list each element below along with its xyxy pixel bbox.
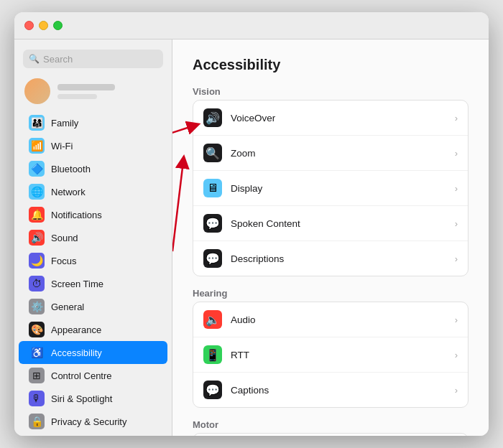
sidebar-item-label-network: Network — [51, 187, 86, 197]
sidebar-item-control-centre[interactable]: ⊞Control Centre — [19, 364, 167, 387]
chevron-icon-descriptions: › — [455, 253, 458, 264]
settings-row-descriptions[interactable]: 💬Descriptions› — [193, 241, 468, 276]
sidebar-item-sound[interactable]: 🔊Sound — [19, 226, 167, 249]
display-icon: 🖥 — [203, 179, 222, 197]
sidebar-item-notifications[interactable]: 🔔Notifications — [19, 203, 167, 226]
sidebar-item-label-wifi: Wi-Fi — [51, 141, 73, 151]
svg-line-1 — [172, 162, 183, 251]
sidebar-item-privacy-security[interactable]: 🔒Privacy & Security — [19, 410, 167, 433]
page-title: Accessibility — [193, 57, 469, 73]
search-icon: 🔍 — [29, 54, 40, 64]
sidebar-item-label-family: Family — [51, 118, 78, 129]
zoom-icon: 🔍 — [203, 144, 222, 162]
search-box[interactable]: 🔍 Search — [23, 50, 163, 68]
sections-container: Vision🔊VoiceOver›🔍Zoom›🖥Display›💬Spoken … — [193, 86, 469, 436]
section-header-hearing: Hearing — [193, 288, 469, 299]
sidebar-item-label-privacy-security: Privacy & Security — [51, 416, 126, 427]
audio-icon: 🔈 — [203, 310, 222, 329]
sidebar-item-network[interactable]: 🌐Network — [19, 180, 167, 203]
sidebar-item-focus[interactable]: 🌙Focus — [19, 249, 167, 272]
user-profile — [14, 75, 172, 111]
sidebar-item-accessibility[interactable]: ♿Accessibility — [19, 341, 167, 364]
settings-row-spoken-content[interactable]: 💬Spoken Content› — [193, 206, 468, 241]
section-header-vision: Vision — [193, 86, 469, 97]
row-label-spoken-content: Spoken Content — [231, 218, 446, 229]
captions-icon: 💬 — [203, 381, 222, 399]
row-label-captions: Captions — [231, 385, 446, 396]
bluetooth-icon: 🔷 — [29, 161, 45, 177]
settings-row-rtt[interactable]: 📱RTT› — [193, 337, 468, 373]
titlebar — [14, 12, 489, 39]
screen-time-icon: ⏱ — [29, 276, 45, 291]
chevron-icon-captions: › — [455, 385, 458, 396]
sidebar-item-wifi[interactable]: 📶Wi-Fi — [19, 134, 167, 157]
settings-list-hearing: 🔈Audio›📱RTT›💬Captions› — [193, 302, 469, 408]
sidebar-item-label-general: General — [51, 302, 84, 312]
row-label-display: Display — [231, 183, 446, 194]
avatar — [24, 78, 50, 104]
siri-spotlight-icon: 🎙 — [29, 391, 45, 406]
row-label-audio: Audio — [231, 314, 446, 325]
spoken-content-icon: 💬 — [203, 214, 222, 233]
chevron-icon-voiceover: › — [455, 113, 458, 123]
traffic-lights — [24, 21, 63, 30]
sidebar-item-general[interactable]: ⚙️General — [19, 295, 167, 318]
sidebar-item-screen-time[interactable]: ⏱Screen Time — [19, 272, 167, 295]
user-info — [57, 84, 115, 99]
settings-row-voice-control[interactable]: 🎙Voice Control› — [193, 434, 468, 436]
settings-row-zoom[interactable]: 🔍Zoom› — [193, 136, 468, 171]
sidebar-item-label-siri-spotlight: Siri & Spotlight — [51, 393, 112, 404]
privacy-security-icon: 🔒 — [29, 414, 45, 429]
sidebar-item-family[interactable]: 👨‍👩‍👧Family — [19, 111, 167, 134]
control-centre-icon: ⊞ — [29, 368, 45, 383]
sidebar-item-appearance[interactable]: 🎨Appearance — [19, 318, 167, 341]
rtt-icon: 📱 — [203, 345, 222, 364]
row-label-descriptions: Descriptions — [231, 253, 446, 264]
main-window: 🔍 Search 👨‍👩‍👧Family📶Wi-Fi🔷Bluetooth🌐Net… — [14, 12, 489, 436]
sidebar-item-label-accessibility: Accessibility — [51, 347, 102, 358]
settings-row-captions[interactable]: 💬Captions› — [193, 373, 468, 407]
network-icon: 🌐 — [29, 184, 45, 200]
chevron-icon-zoom: › — [455, 148, 458, 159]
settings-list-vision: 🔊VoiceOver›🔍Zoom›🖥Display›💬Spoken Conten… — [193, 100, 469, 276]
focus-icon: 🌙 — [29, 253, 45, 269]
settings-row-voiceover[interactable]: 🔊VoiceOver› — [193, 101, 468, 136]
descriptions-icon: 💬 — [203, 249, 222, 268]
sidebar-item-label-notifications: Notifications — [51, 210, 102, 220]
user-name — [57, 84, 115, 90]
sidebar-items: 👨‍👩‍👧Family📶Wi-Fi🔷Bluetooth🌐Network🔔Noti… — [14, 111, 172, 436]
user-subtitle — [57, 94, 97, 99]
close-button[interactable] — [24, 21, 34, 30]
section-header-motor: Motor — [193, 419, 469, 430]
zoom-button[interactable] — [53, 21, 63, 30]
notifications-icon: 🔔 — [29, 207, 45, 223]
minimize-button[interactable] — [39, 21, 48, 30]
svg-line-3 — [172, 126, 194, 162]
sidebar-item-label-focus: Focus — [51, 256, 76, 266]
search-input: Search — [43, 54, 73, 65]
sidebar-item-bluetooth[interactable]: 🔷Bluetooth — [19, 157, 167, 180]
sidebar-item-label-control-centre: Control Centre — [51, 370, 112, 381]
sidebar-item-desktop-dock[interactable]: 🖥Desktop & Dock — [19, 433, 167, 436]
settings-list-motor: 🎙Voice Control›⌨️Keyboard› — [193, 433, 469, 436]
voiceover-icon: 🔊 — [203, 108, 222, 127]
window-content: 🔍 Search 👨‍👩‍👧Family📶Wi-Fi🔷Bluetooth🌐Net… — [14, 39, 489, 436]
sidebar-item-label-sound: Sound — [51, 233, 78, 243]
search-container: 🔍 Search — [14, 47, 172, 75]
row-label-voiceover: VoiceOver — [231, 113, 446, 123]
wifi-icon: 📶 — [29, 138, 45, 154]
main-content: Accessibility Vision🔊VoiceOver›🔍Zoom›🖥Di… — [172, 39, 489, 436]
sidebar-item-label-screen-time: Screen Time — [51, 279, 103, 289]
appearance-icon: 🎨 — [29, 322, 45, 337]
row-label-zoom: Zoom — [231, 148, 446, 159]
chevron-icon-display: › — [455, 183, 458, 194]
settings-row-display[interactable]: 🖥Display› — [193, 171, 468, 206]
chevron-icon-spoken-content: › — [455, 218, 458, 229]
sidebar-item-label-bluetooth: Bluetooth — [51, 164, 91, 174]
accessibility-icon: ♿ — [29, 345, 45, 360]
settings-row-audio[interactable]: 🔈Audio› — [193, 302, 468, 337]
sound-icon: 🔊 — [29, 230, 45, 246]
family-icon: 👨‍👩‍👧 — [29, 115, 45, 131]
sidebar: 🔍 Search 👨‍👩‍👧Family📶Wi-Fi🔷Bluetooth🌐Net… — [14, 39, 172, 436]
sidebar-item-siri-spotlight[interactable]: 🎙Siri & Spotlight — [19, 387, 167, 410]
